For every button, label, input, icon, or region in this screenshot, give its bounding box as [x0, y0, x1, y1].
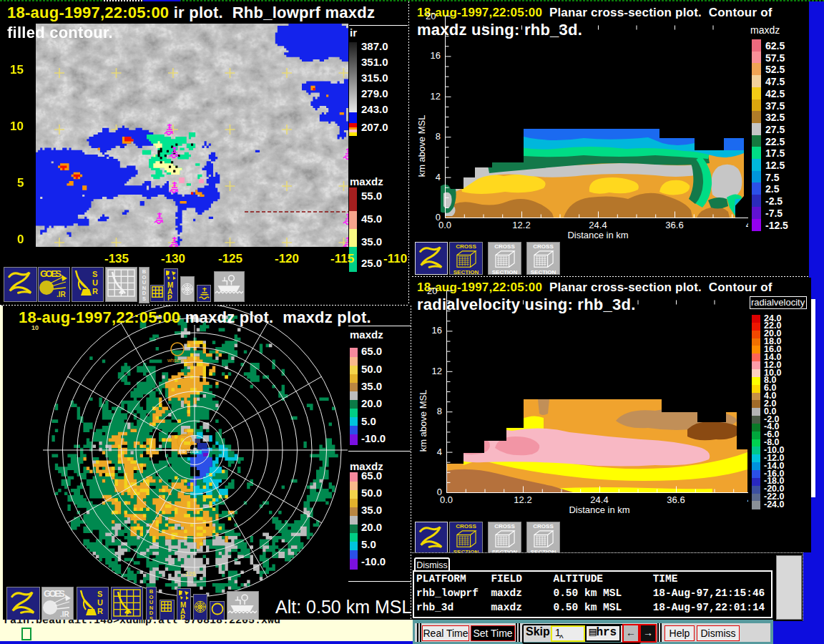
svg-text:12.2: 12.2 — [514, 494, 531, 505]
svg-text:.IR: .IR — [57, 291, 67, 298]
svg-text:8: 8 — [436, 131, 441, 142]
svg-text:0.0: 0.0 — [438, 220, 451, 230]
svg-text:U: U — [97, 598, 103, 607]
svg-text:P: P — [167, 294, 172, 301]
svg-text:24.4: 24.4 — [590, 494, 608, 505]
svg-text:GOES: GOES — [40, 268, 62, 279]
svg-text:whse-mat: whse-mat — [167, 358, 189, 363]
svg-text:Distance in km: Distance in km — [567, 230, 628, 240]
svg-text:16: 16 — [431, 50, 441, 61]
svg-text:U: U — [92, 278, 98, 287]
svg-text:rhb 128.8: rhb 128.8 — [179, 449, 199, 454]
svg-text:12: 12 — [432, 366, 442, 376]
svg-text:36.6: 36.6 — [665, 220, 683, 230]
svg-text:4: 4 — [436, 172, 441, 182]
svg-text:12: 12 — [431, 91, 441, 102]
svg-text:GOES: GOES — [44, 588, 65, 599]
svg-text:S: S — [92, 270, 97, 278]
svg-text:Distance in km: Distance in km — [569, 504, 629, 515]
svg-text:R: R — [97, 607, 103, 615]
svg-text:0.0: 0.0 — [440, 494, 453, 505]
svg-text:20: 20 — [427, 286, 437, 296]
svg-text:16: 16 — [432, 325, 442, 336]
svg-text:R: R — [92, 287, 98, 296]
svg-text:12.2: 12.2 — [512, 220, 530, 230]
svg-text:km above MSL: km above MSL — [418, 390, 428, 452]
svg-text:-125: -125 — [183, 570, 196, 577]
svg-text:km above MSL: km above MSL — [416, 115, 427, 177]
svg-text:36.6: 36.6 — [667, 494, 685, 505]
svg-text:20: 20 — [426, 11, 436, 21]
svg-text:8: 8 — [437, 406, 442, 416]
svg-text:.IR: .IR — [60, 610, 70, 618]
svg-text:4: 4 — [437, 447, 442, 457]
svg-text:24.4: 24.4 — [589, 220, 607, 230]
svg-text:S: S — [97, 590, 102, 598]
